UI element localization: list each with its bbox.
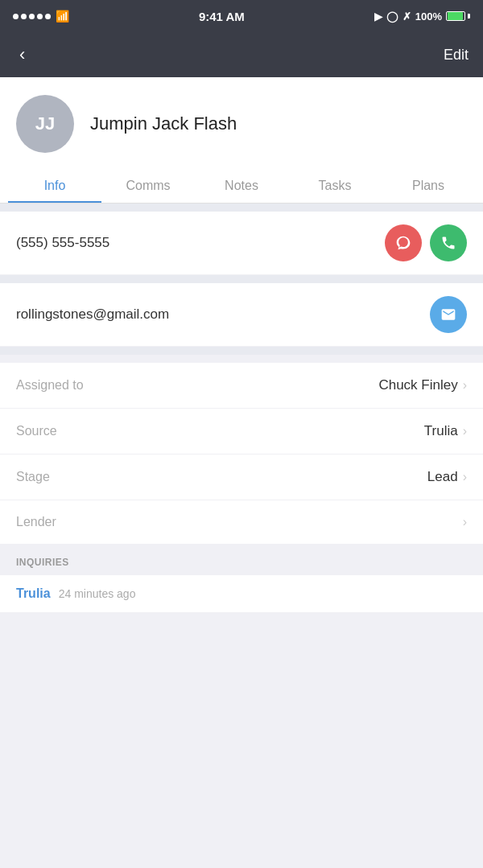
source-chevron: › bbox=[463, 424, 467, 438]
call-icon bbox=[440, 235, 456, 251]
source-value-group: Trulia › bbox=[424, 423, 467, 439]
call-button[interactable] bbox=[430, 224, 467, 261]
email-icon bbox=[440, 306, 456, 323]
source-label: Source bbox=[16, 424, 57, 438]
email-action-buttons bbox=[430, 296, 467, 333]
battery-percent: 100% bbox=[415, 10, 442, 23]
assigned-to-label: Assigned to bbox=[16, 378, 84, 393]
section-separator-3 bbox=[0, 347, 483, 355]
source-row[interactable]: Source Trulia › bbox=[0, 409, 483, 455]
inquiries-header: INQUIRIES bbox=[0, 545, 483, 575]
lender-value-group: › bbox=[458, 515, 467, 529]
phone-number: (555) 555-5555 bbox=[16, 235, 109, 251]
phone-action-buttons bbox=[385, 224, 467, 261]
detail-section: Assigned to Chuck Finley › Source Trulia… bbox=[0, 363, 483, 545]
status-left: 📶 bbox=[13, 10, 69, 23]
location-icon: ▶ bbox=[374, 10, 382, 23]
assigned-to-chevron: › bbox=[463, 378, 467, 393]
tab-comms[interactable]: Comms bbox=[101, 167, 195, 203]
bluetooth-icon: ✗ bbox=[402, 10, 411, 23]
contact-name: Jumpin Jack Flash bbox=[90, 113, 237, 134]
lender-label: Lender bbox=[16, 515, 56, 529]
phone-row: (555) 555-5555 bbox=[0, 212, 483, 275]
inquiries-section-label: INQUIRIES bbox=[16, 557, 69, 568]
back-button[interactable]: ‹ bbox=[14, 39, 30, 70]
assigned-to-row[interactable]: Assigned to Chuck Finley › bbox=[0, 363, 483, 409]
nav-bar: ‹ Edit bbox=[0, 32, 483, 77]
inquiry-source: Trulia bbox=[16, 586, 51, 601]
message-icon bbox=[395, 235, 411, 251]
section-separator-1 bbox=[0, 204, 483, 212]
wifi-icon: 📶 bbox=[56, 10, 69, 23]
battery-indicator bbox=[446, 11, 470, 21]
tabs: Info Comms Notes Tasks Plans bbox=[0, 167, 483, 203]
contact-header: JJ Jumpin Jack Flash bbox=[0, 77, 483, 167]
stage-row[interactable]: Stage Lead › bbox=[0, 455, 483, 500]
source-value: Trulia bbox=[424, 423, 458, 439]
status-bar: 📶 9:41 AM ▶ ◯ ✗ 100% bbox=[0, 0, 483, 32]
tab-tasks[interactable]: Tasks bbox=[288, 167, 382, 203]
signal-dots bbox=[13, 14, 51, 19]
message-button[interactable] bbox=[385, 224, 422, 261]
avatar: JJ bbox=[16, 95, 74, 153]
email-button[interactable] bbox=[430, 296, 467, 333]
lender-chevron: › bbox=[463, 515, 467, 529]
stage-chevron: › bbox=[463, 470, 467, 484]
edit-button[interactable]: Edit bbox=[444, 47, 469, 64]
stage-value: Lead bbox=[427, 469, 458, 485]
assigned-to-value: Chuck Finley bbox=[378, 377, 457, 393]
tab-info[interactable]: Info bbox=[8, 167, 101, 203]
status-right: ▶ ◯ ✗ 100% bbox=[374, 10, 470, 23]
status-time: 9:41 AM bbox=[199, 10, 245, 23]
email-row: rollingstones@gmail.com bbox=[0, 283, 483, 347]
inquiry-time: 24 minutes ago bbox=[59, 587, 136, 600]
alarm-icon: ◯ bbox=[386, 10, 398, 23]
tab-notes[interactable]: Notes bbox=[195, 167, 288, 203]
tab-plans[interactable]: Plans bbox=[382, 167, 475, 203]
email-address: rollingstones@gmail.com bbox=[16, 306, 169, 323]
assigned-to-value-group: Chuck Finley › bbox=[378, 377, 467, 393]
tabs-container: Info Comms Notes Tasks Plans bbox=[0, 167, 483, 204]
inquiry-row: Trulia 24 minutes ago bbox=[0, 575, 483, 613]
stage-label: Stage bbox=[16, 470, 50, 484]
stage-value-group: Lead › bbox=[427, 469, 467, 485]
lender-row[interactable]: Lender › bbox=[0, 500, 483, 545]
section-separator-2 bbox=[0, 275, 483, 283]
